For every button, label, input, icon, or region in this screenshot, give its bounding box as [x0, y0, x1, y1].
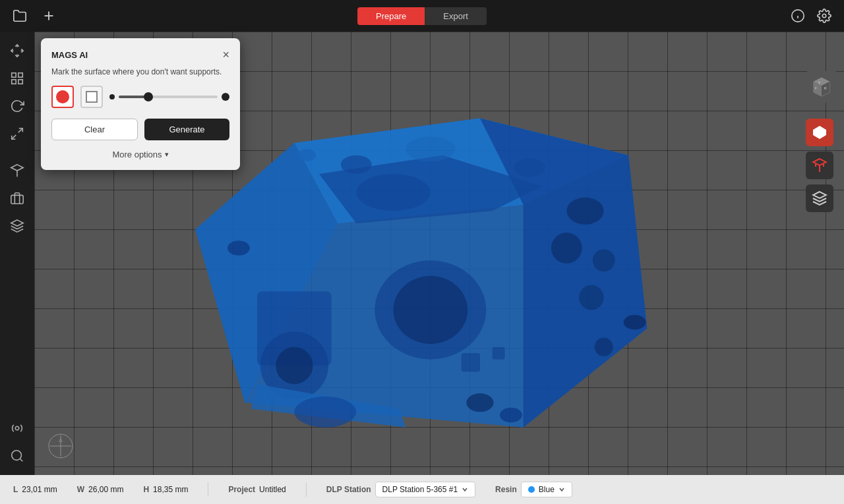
- clear-button[interactable]: Clear: [51, 119, 138, 140]
- red-cube-button[interactable]: [806, 119, 833, 146]
- svg-point-30: [276, 347, 313, 384]
- resin-color-dot: [528, 486, 535, 493]
- brush-fill-icon: [56, 90, 69, 103]
- project-item: Project Untitled: [228, 485, 286, 494]
- sidebar-item-transform[interactable]: [5, 416, 30, 441]
- dimension-h: H 18,35 mm: [143, 485, 188, 494]
- svg-point-27: [356, 174, 431, 211]
- sidebar-item-supports[interactable]: [5, 158, 30, 183]
- sidebar-item-platform[interactable]: [5, 186, 30, 211]
- mags-panel: MAGS AI × Mark the surface where you don…: [41, 38, 240, 170]
- topbar: Prepare Export: [0, 0, 844, 32]
- mags-description: Mark the surface where you don't want su…: [51, 67, 229, 76]
- slider-thumb[interactable]: [144, 92, 153, 101]
- support-tool-button[interactable]: [806, 152, 833, 179]
- svg-rect-10: [12, 73, 16, 77]
- dlp-chevron-icon: [462, 486, 468, 493]
- svg-text:R: R: [824, 86, 827, 90]
- more-options-toggle[interactable]: More options ▾: [51, 150, 229, 159]
- export-tab[interactable]: Export: [425, 7, 487, 25]
- project-label: Project: [228, 485, 255, 494]
- svg-point-5: [822, 14, 826, 18]
- sidebar-item-scale[interactable]: [5, 121, 30, 146]
- svg-line-21: [20, 459, 22, 461]
- view-cube[interactable]: T R F: [806, 71, 837, 103]
- info-button[interactable]: [789, 7, 807, 25]
- dlp-label: DLP Station: [326, 485, 371, 494]
- open-folder-button[interactable]: [11, 7, 29, 25]
- sidebar-item-move[interactable]: [5, 38, 30, 63]
- svg-point-40: [341, 155, 372, 174]
- resin-item: Resin Blue: [495, 482, 572, 497]
- svg-point-36: [579, 285, 604, 310]
- layer-tool-button[interactable]: [806, 184, 833, 212]
- svg-point-33: [624, 315, 646, 330]
- svg-point-39: [514, 158, 545, 177]
- bottombar: L 23,01 mm W 26,00 mm H 18,35 mm Project…: [0, 475, 844, 504]
- l-label: L: [13, 485, 18, 494]
- more-options-label: More options: [112, 150, 162, 159]
- brush-erase-button[interactable]: [80, 86, 103, 108]
- mags-close-button[interactable]: ×: [222, 49, 229, 61]
- svg-marker-18: [11, 220, 23, 226]
- dimension-l: L 23,01 mm: [13, 485, 57, 494]
- prepare-tab[interactable]: Prepare: [357, 7, 425, 25]
- dlp-station-item: DLP Station DLP Station 5-365 #1: [326, 482, 475, 497]
- sidebar-item-search[interactable]: [5, 443, 30, 468]
- mags-title: MAGS AI: [51, 50, 88, 60]
- svg-rect-17: [11, 195, 23, 204]
- brush-fill-button[interactable]: [51, 86, 74, 108]
- svg-rect-12: [12, 80, 16, 84]
- svg-point-37: [595, 338, 613, 356]
- svg-marker-53: [59, 437, 63, 442]
- divider-1: [208, 482, 208, 497]
- svg-point-42: [294, 397, 356, 428]
- divider-2: [306, 482, 307, 497]
- brush-size-dot-small: [109, 94, 115, 99]
- mags-buttons: Clear Generate: [51, 119, 229, 140]
- dlp-value: DLP Station 5-365 #1: [382, 485, 458, 494]
- svg-text:T: T: [818, 81, 820, 85]
- h-value: 18,35 mm: [153, 485, 188, 494]
- orientation-widget: [47, 433, 74, 462]
- svg-point-35: [551, 233, 582, 264]
- right-tools: T R F: [806, 71, 837, 212]
- svg-point-32: [500, 408, 522, 423]
- sidebar-item-rotate[interactable]: [5, 94, 30, 119]
- h-label: H: [143, 485, 149, 494]
- l-value: 23,01 mm: [22, 485, 57, 494]
- svg-point-38: [406, 137, 455, 162]
- svg-rect-11: [18, 73, 22, 77]
- svg-rect-45: [462, 353, 480, 372]
- w-label: W: [77, 485, 84, 494]
- svg-point-44: [394, 276, 468, 344]
- svg-point-48: [566, 198, 603, 225]
- sidebar-item-arrange[interactable]: [5, 66, 30, 91]
- add-button[interactable]: [40, 7, 58, 25]
- project-value: Untitled: [259, 485, 286, 494]
- dlp-select[interactable]: DLP Station 5-365 #1: [375, 482, 476, 497]
- dimension-w: W 26,00 mm: [77, 485, 124, 494]
- w-value: 26,00 mm: [88, 485, 123, 494]
- brush-erase-icon: [86, 91, 98, 103]
- mags-controls: [51, 86, 229, 108]
- left-sidebar: [0, 32, 34, 475]
- generate-button[interactable]: Generate: [144, 119, 229, 140]
- resin-color-name: Blue: [539, 485, 555, 494]
- brush-size-slider[interactable]: [109, 93, 229, 101]
- svg-point-20: [12, 451, 22, 461]
- svg-marker-62: [813, 192, 826, 198]
- slider-track[interactable]: [119, 96, 218, 98]
- sidebar-item-layers[interactable]: [5, 213, 30, 238]
- brush-size-dot-large: [222, 93, 229, 101]
- topbar-center: Prepare Export: [357, 7, 487, 25]
- settings-button[interactable]: [815, 7, 833, 25]
- svg-rect-46: [493, 347, 505, 360]
- svg-point-34: [297, 149, 316, 161]
- svg-text:F: F: [815, 86, 817, 90]
- resin-select[interactable]: Blue: [521, 482, 572, 497]
- chevron-down-icon: ▾: [165, 150, 169, 159]
- svg-point-31: [227, 240, 250, 256]
- topbar-left: [11, 7, 58, 25]
- topbar-right: [789, 7, 833, 25]
